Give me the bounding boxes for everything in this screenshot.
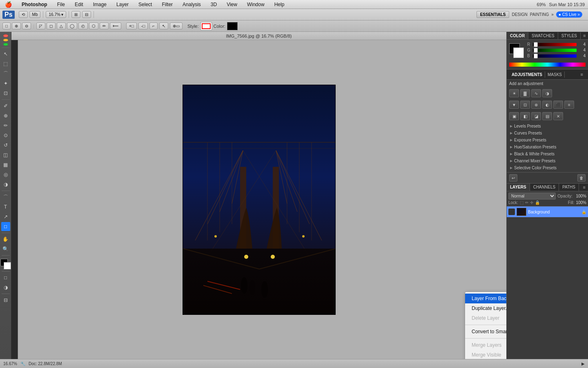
painting-btn[interactable]: PAINTING bbox=[530, 12, 549, 17]
blur-tool[interactable]: ◎ bbox=[1, 170, 10, 179]
ctx-duplicate-layer[interactable]: Duplicate Layer... bbox=[465, 303, 506, 313]
b-slider[interactable] bbox=[533, 54, 577, 58]
layer-item-background[interactable]: Background 🔒 bbox=[507, 206, 588, 218]
b-slider-thumb[interactable] bbox=[534, 54, 538, 58]
preset-exposure[interactable]: ▶ Exposure Presets bbox=[507, 137, 588, 144]
essentials-btn[interactable]: ESSENTIALS bbox=[477, 11, 510, 18]
vibrance-btn[interactable]: ▼ bbox=[509, 101, 519, 109]
more-workspaces-btn[interactable]: » bbox=[551, 12, 554, 17]
mode-btn2[interactable]: ⊕ bbox=[12, 22, 21, 29]
clone-tool[interactable]: ⊙ bbox=[1, 131, 10, 140]
color-balance-btn[interactable]: ⊗ bbox=[531, 101, 541, 109]
gradient-map-btn[interactable]: ▤ bbox=[542, 112, 552, 120]
return-btn[interactable]: ↩ bbox=[509, 174, 517, 182]
menu-image[interactable]: Image bbox=[91, 1, 108, 8]
threshold-btn[interactable]: ◪ bbox=[531, 112, 541, 120]
tool-shape6[interactable]: ⬡ bbox=[89, 22, 98, 29]
tab-color[interactable]: COLOR bbox=[507, 32, 528, 39]
mode-btn[interactable]: □ bbox=[2, 22, 11, 29]
preset-bw[interactable]: ▶ Black & White Presets bbox=[507, 150, 588, 157]
style-preview-box[interactable] bbox=[200, 22, 212, 30]
info-icon[interactable]: 🔧 bbox=[20, 361, 25, 366]
adjustments-expand[interactable]: ≡ bbox=[578, 71, 586, 78]
color-spectrum[interactable] bbox=[509, 63, 586, 67]
tool-shape7[interactable]: ✏ bbox=[100, 22, 109, 29]
color-panel-expand[interactable]: ≡ bbox=[581, 32, 588, 39]
menu-file[interactable]: File bbox=[56, 1, 67, 8]
eyedropper-tool[interactable]: ✐ bbox=[1, 101, 10, 110]
zoom-tool[interactable]: 🔍 bbox=[1, 245, 10, 254]
blend-mode-select[interactable]: Normal bbox=[508, 193, 556, 200]
corner-btn[interactable]: ⌐ bbox=[149, 22, 158, 29]
quick-mask-mode[interactable]: ◑ bbox=[1, 283, 10, 292]
lasso-tool[interactable]: ⌒ bbox=[1, 69, 10, 78]
tool-shape4[interactable]: ◯ bbox=[67, 22, 77, 29]
dodge-tool[interactable]: ◑ bbox=[1, 180, 10, 189]
hsl-btn[interactable]: ⊡ bbox=[520, 101, 530, 109]
menu-photoshop[interactable]: Photoshop bbox=[20, 1, 49, 8]
menu-3d[interactable]: 3D bbox=[209, 1, 218, 8]
curves-btn[interactable]: ∿ bbox=[531, 89, 541, 97]
menu-help[interactable]: Help bbox=[273, 1, 286, 8]
crop-tool[interactable]: ⊡ bbox=[1, 89, 10, 98]
path-select-btn[interactable]: ⊕▭ bbox=[170, 22, 183, 29]
standard-mode[interactable]: □ bbox=[1, 273, 10, 282]
tab-layers[interactable]: LAYERS bbox=[507, 184, 530, 191]
move-tool[interactable]: ↖ bbox=[1, 49, 10, 58]
tool-shape2[interactable]: ◻ bbox=[47, 22, 56, 29]
menu-view[interactable]: View bbox=[225, 1, 239, 8]
preset-curves[interactable]: ▶ Curves Presets bbox=[507, 130, 588, 137]
levels-btn[interactable]: ▓ bbox=[520, 89, 530, 97]
layer-eye-icon[interactable] bbox=[508, 209, 515, 215]
eraser-tool[interactable]: ◫ bbox=[1, 150, 10, 159]
color-preview-box[interactable] bbox=[227, 22, 238, 30]
fg-bg-color-selector[interactable] bbox=[0, 259, 11, 269]
preset-hue-sat[interactable]: ▶ Hue/Saturation Presets bbox=[507, 144, 588, 150]
shape-tool[interactable]: □ bbox=[1, 222, 10, 231]
bw-btn[interactable]: ◐ bbox=[542, 101, 552, 109]
menu-layer[interactable]: Layer bbox=[115, 1, 130, 8]
remove-anchor-btn[interactable]: -□ bbox=[138, 22, 148, 29]
zoom-select[interactable]: 16.7% ▾ bbox=[46, 11, 66, 18]
hand-tool[interactable]: ✋ bbox=[1, 235, 10, 244]
tab-adjustments[interactable]: ADJUSTMENTS bbox=[509, 72, 545, 78]
brush-tool[interactable]: ✏ bbox=[1, 121, 10, 130]
type-tool[interactable]: T bbox=[1, 202, 10, 211]
add-anchor-btn[interactable]: +□ bbox=[126, 22, 137, 29]
menu-filter[interactable]: Filter bbox=[160, 1, 174, 8]
bg-color-swatch[interactable] bbox=[4, 262, 11, 269]
ctx-layer-from-bg[interactable]: Layer From Background... bbox=[465, 294, 506, 303]
menu-window[interactable]: Window bbox=[245, 1, 266, 8]
g-slider[interactable] bbox=[533, 49, 577, 52]
view-btn[interactable]: ⊞ bbox=[71, 11, 80, 18]
tool-shape5[interactable]: ◴ bbox=[78, 22, 88, 29]
lock-transparency-icon[interactable]: ⬚ bbox=[520, 200, 523, 205]
path-select-tool[interactable]: ↗ bbox=[1, 212, 10, 221]
exposure-btn[interactable]: ◑ bbox=[542, 89, 552, 97]
preset-selective-color[interactable]: ▶ Selective Color Presets bbox=[507, 164, 588, 171]
tab-swatches[interactable]: SWATCHES bbox=[528, 32, 558, 39]
tool-shape1[interactable]: ◸ bbox=[36, 22, 45, 29]
g-slider-thumb[interactable] bbox=[534, 48, 538, 53]
tool-shape3[interactable]: △ bbox=[57, 22, 66, 29]
selective-color-btn[interactable]: ✕ bbox=[553, 112, 563, 120]
tab-channels[interactable]: CHANNELS bbox=[530, 184, 559, 191]
view-btn2[interactable]: ⊟ bbox=[82, 11, 91, 18]
tab-styles[interactable]: STYLES bbox=[558, 32, 581, 39]
marquee-tool[interactable]: ⬚ bbox=[1, 59, 10, 68]
r-slider[interactable] bbox=[533, 43, 577, 46]
gradient-tool[interactable]: ▦ bbox=[1, 160, 10, 169]
photo-filter-btn[interactable]: ⬛ bbox=[553, 101, 563, 109]
minimize-button[interactable] bbox=[3, 39, 8, 42]
quick-select-tool[interactable]: ✦ bbox=[1, 79, 10, 88]
preset-channel-mixer[interactable]: ▶ Channel Mixer Presets bbox=[507, 157, 588, 164]
brightness-btn[interactable]: ☀ bbox=[509, 89, 519, 97]
cs-live-btn[interactable]: ● CS Live » bbox=[556, 11, 582, 18]
lock-all-icon[interactable]: 🔒 bbox=[535, 200, 540, 205]
preset-levels[interactable]: ▶ Levels Presets bbox=[507, 123, 588, 130]
menu-edit[interactable]: Edit bbox=[73, 1, 85, 8]
channel-mixer-btn[interactable]: ≡ bbox=[564, 101, 574, 109]
pen-tool[interactable]: ⌒ bbox=[1, 193, 10, 202]
invert-btn[interactable]: ▣ bbox=[509, 112, 519, 120]
design-btn[interactable]: DESIGN bbox=[512, 12, 527, 17]
